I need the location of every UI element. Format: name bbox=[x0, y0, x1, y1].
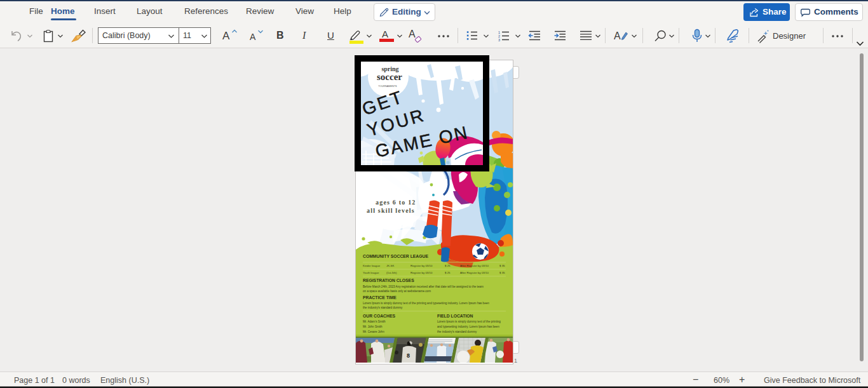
svg-text:After Register by 03/10: After Register by 03/10 bbox=[460, 271, 489, 274]
svg-text:FIELD LOCATION: FIELD LOCATION bbox=[437, 314, 473, 318]
svg-text:After Register by 03/10: After Register by 03/10 bbox=[460, 264, 489, 267]
svg-text:A: A bbox=[614, 30, 621, 41]
svg-text:Mr. John Smith: Mr. John Smith bbox=[363, 325, 383, 328]
svg-text:REGISTRATION CLOSES: REGISTRATION CLOSES bbox=[363, 278, 414, 283]
svg-text:Register by 03/10: Register by 03/10 bbox=[410, 264, 433, 267]
svg-text:Lorem Ipsum is simply dumm: Lorem Ipsum is simply dummy text of the … bbox=[437, 320, 501, 323]
svg-text:TOURNAMENTS: TOURNAMENTS bbox=[378, 85, 397, 88]
svg-text:Lorem Ipsum is simply dummy: Lorem Ipsum is simply dummy text of the … bbox=[363, 302, 489, 305]
svg-text:Kinder league: Kinder league bbox=[363, 264, 381, 267]
svg-text:$ 35: $ 35 bbox=[499, 271, 505, 274]
svg-text:$ 35: $ 35 bbox=[499, 264, 505, 267]
svg-text:$ 25: $ 25 bbox=[445, 271, 451, 274]
svg-text:Register by 03/10: Register by 03/10 bbox=[410, 271, 433, 274]
svg-text:all skill levels: all skill levels bbox=[367, 207, 415, 214]
svg-text:the industry's standard dumm: the industry's standard dummy bbox=[363, 306, 403, 309]
svg-text:Mr. Adam's Smith: Mr. Adam's Smith bbox=[363, 320, 386, 323]
svg-text:Mr. Cesare John: Mr. Cesare John bbox=[363, 330, 384, 333]
svg-text:on a space available basis: on a space available basis only at websi… bbox=[363, 290, 431, 293]
svg-text:the industry's standard d: the industry's standard dummy bbox=[437, 330, 477, 333]
svg-text:OUR COACHES: OUR COACHES bbox=[363, 314, 395, 318]
svg-text:JK-SK: JK-SK bbox=[386, 264, 395, 267]
svg-text:8: 8 bbox=[407, 352, 410, 359]
svg-text:soccer: soccer bbox=[377, 72, 402, 82]
svg-text:PRACTICE TIME: PRACTICE TIME bbox=[363, 295, 397, 300]
svg-text:and typesetting industry.: and typesetting industry. Lorem Ipsum ha… bbox=[437, 325, 499, 328]
svg-text:3: 3 bbox=[498, 38, 500, 42]
svg-text:ages 6 to 12: ages 6 to 12 bbox=[376, 199, 416, 206]
svg-text:COMMUNITY SOCCER LEAGUE: COMMUNITY SOCCER LEAGUE bbox=[363, 254, 428, 258]
svg-text:Before March 24th, 2023 Any: Before March 24th, 2023 Any registration… bbox=[363, 285, 484, 288]
svg-text:Youth league: Youth league bbox=[363, 271, 379, 274]
svg-text:$ 25: $ 25 bbox=[445, 264, 451, 267]
svg-text:(1st-5th): (1st-5th) bbox=[386, 271, 397, 274]
